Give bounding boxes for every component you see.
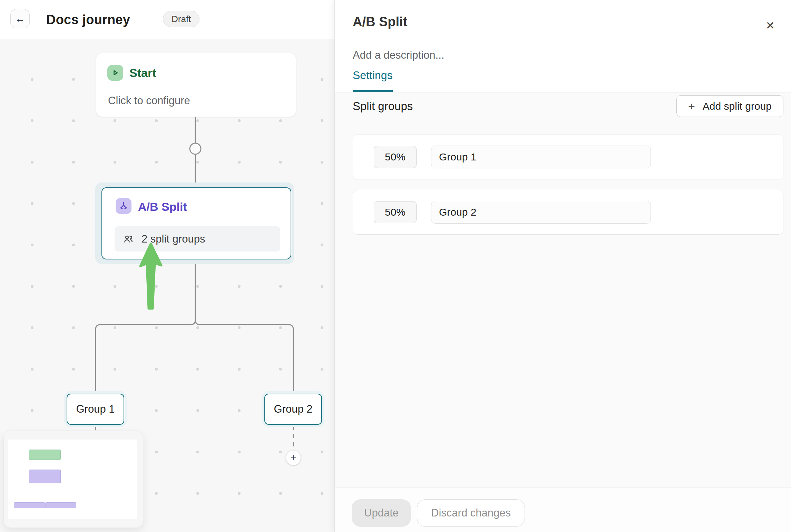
preview-group-bar-1: [14, 502, 45, 508]
journey-preview-card: [3, 431, 143, 528]
panel-body: Split groups + Add split group 50% 50%: [335, 92, 791, 487]
preview-inner: [8, 440, 137, 519]
edge-midpoint-handle: [190, 143, 201, 154]
preview-split-block: [29, 470, 61, 483]
ab-split-node[interactable]: A/B Split 2 split groups: [101, 187, 291, 259]
close-panel-button[interactable]: ✕: [763, 18, 778, 33]
start-node[interactable]: Start Click to configure: [96, 53, 296, 117]
update-button[interactable]: Update: [352, 499, 411, 527]
split-branch-icon: [116, 198, 131, 214]
plus-icon: +: [688, 100, 695, 112]
play-icon: [107, 65, 123, 81]
node-settings-panel: A/B Split Add a description... ✕ Setting…: [334, 0, 791, 532]
ab-split-node-title: A/B Split: [138, 200, 187, 214]
tab-settings[interactable]: Settings: [353, 69, 393, 92]
panel-footer: Update Discard changes: [335, 487, 791, 532]
split-percent-2[interactable]: 50%: [374, 201, 417, 223]
add-split-group-button[interactable]: + Add split group: [676, 95, 783, 117]
split-group-row-1: 50%: [353, 135, 783, 179]
split-groups-section-header: Split groups + Add split group: [353, 95, 783, 117]
panel-header: A/B Split Add a description... ✕ Setting…: [335, 0, 791, 92]
add-step-button[interactable]: +: [286, 451, 301, 465]
canvas-header: ← Docs journey Draft: [0, 0, 334, 39]
users-icon: [123, 234, 134, 245]
group-name-input-1[interactable]: [431, 146, 651, 168]
group-2-label: Group 2: [274, 403, 312, 415]
section-heading: Split groups: [353, 95, 413, 117]
back-arrow-icon: ←: [15, 13, 25, 24]
description-placeholder[interactable]: Add a description...: [353, 49, 444, 61]
status-badge: Draft: [163, 11, 199, 27]
preview-group-bar-2: [45, 502, 76, 508]
preview-start-block: [29, 450, 61, 460]
group-2-node[interactable]: Group 2: [264, 394, 322, 425]
start-node-subtitle: Click to configure: [108, 95, 190, 107]
plus-icon: +: [290, 452, 296, 464]
split-groups-count: 2 split groups: [141, 233, 205, 245]
journey-builder-app: ← Docs journey Draft Start Click to conf…: [0, 0, 791, 532]
flow-canvas[interactable]: ← Docs journey Draft Start Click to conf…: [0, 0, 334, 532]
split-percent-1[interactable]: 50%: [374, 146, 417, 168]
start-node-title: Start: [129, 66, 156, 80]
group-1-node[interactable]: Group 1: [67, 394, 124, 425]
group-1-label: Group 1: [76, 403, 115, 415]
split-group-row-2: 50%: [353, 190, 783, 235]
split-groups-chip: 2 split groups: [115, 226, 280, 252]
add-split-group-label: Add split group: [703, 100, 772, 112]
close-icon: ✕: [766, 19, 775, 32]
group-name-input-2[interactable]: [431, 201, 651, 224]
back-button[interactable]: ←: [10, 9, 30, 28]
discard-changes-button[interactable]: Discard changes: [417, 499, 525, 527]
panel-title: A/B Split: [353, 14, 407, 29]
journey-title: Docs journey: [46, 0, 130, 39]
